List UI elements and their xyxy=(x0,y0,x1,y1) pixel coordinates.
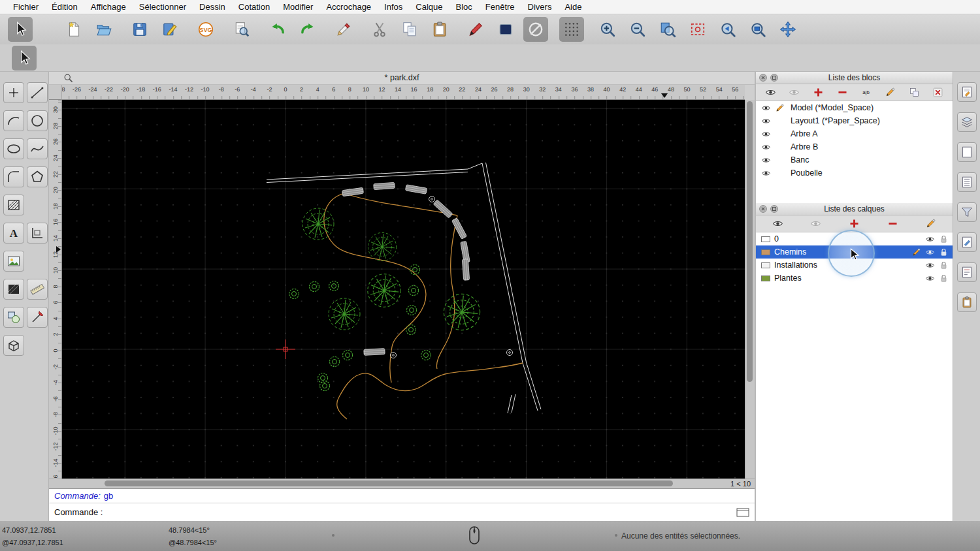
close-panel-icon[interactable] xyxy=(759,74,767,82)
menu-item-selectionner[interactable]: Sélectionner xyxy=(133,0,193,14)
block-list-item[interactable]: Model (*Model_Space) xyxy=(756,101,953,114)
show-all-blocks-button[interactable] xyxy=(762,86,779,99)
rename-block-button[interactable]: a|b xyxy=(858,86,875,99)
image-tool-button[interactable] xyxy=(3,251,24,272)
hide-all-blocks-button[interactable] xyxy=(786,86,803,99)
block-list-item[interactable]: Banc xyxy=(756,153,953,166)
point-tool-button[interactable] xyxy=(3,82,24,103)
undo-button[interactable] xyxy=(265,17,290,42)
selection-pointer-button[interactable] xyxy=(8,17,33,42)
auto-zoom-button[interactable] xyxy=(655,17,680,42)
menu-item-affichage[interactable]: Affichage xyxy=(84,0,133,14)
menu-item-infos[interactable]: Infos xyxy=(378,0,409,14)
edit-block-button[interactable] xyxy=(881,86,898,99)
circle-tool-button[interactable] xyxy=(27,110,48,131)
copy-button[interactable] xyxy=(397,17,422,42)
solid-fill-tool-button[interactable] xyxy=(3,279,24,300)
zoom-out-button[interactable] xyxy=(625,17,650,42)
clipboard-panel-button[interactable] xyxy=(957,292,977,312)
command-detach-icon[interactable] xyxy=(736,508,749,517)
snap-tool-button[interactable] xyxy=(27,307,48,328)
remove-block-button[interactable] xyxy=(834,86,851,99)
insert-block-button[interactable] xyxy=(906,86,923,99)
hide-all-layers-button[interactable] xyxy=(808,217,825,230)
menu-item-fichier[interactable]: Fichier xyxy=(7,0,45,14)
menu-item-dessin[interactable]: Dessin xyxy=(193,0,232,14)
redo-button[interactable] xyxy=(295,17,320,42)
previous-view-button[interactable] xyxy=(715,17,740,42)
block-list-panel-button[interactable] xyxy=(957,142,977,162)
menu-item-calque[interactable]: Calque xyxy=(409,0,449,14)
view-list-panel-button[interactable] xyxy=(957,172,977,192)
rectangle-tool-button[interactable] xyxy=(27,223,48,244)
view-list-panel-icon xyxy=(960,175,974,189)
grid-toggle-button[interactable] xyxy=(559,17,584,42)
cut-button[interactable] xyxy=(367,17,392,42)
command-input[interactable] xyxy=(103,503,755,521)
menu-item-aide[interactable]: Aide xyxy=(558,0,588,14)
arc-tool-button[interactable] xyxy=(3,110,24,131)
block-list-item[interactable]: Arbre B xyxy=(756,140,953,153)
selection-filter-panel-button[interactable] xyxy=(957,202,977,222)
paste-button[interactable] xyxy=(427,17,452,42)
zoom-in-button[interactable] xyxy=(595,17,620,42)
close-panel-icon[interactable] xyxy=(759,205,767,213)
menu-item-divers[interactable]: Divers xyxy=(521,0,559,14)
menu-item-accrochage[interactable]: Accrochage xyxy=(319,0,378,14)
edit-document-button[interactable] xyxy=(157,17,182,42)
menu-item-cotation[interactable]: Cotation xyxy=(232,0,276,14)
open-document-button[interactable] xyxy=(91,17,116,42)
zoom-extents-button[interactable] xyxy=(685,17,710,42)
pan-button[interactable] xyxy=(776,17,800,42)
zoom-window-button[interactable] xyxy=(745,17,770,42)
add-layer-button[interactable] xyxy=(845,217,862,230)
line-tool-button[interactable] xyxy=(27,82,48,103)
vertical-scrollbar-thumb[interactable] xyxy=(747,101,753,382)
draft-mode-button[interactable] xyxy=(523,17,548,42)
dock-strip xyxy=(953,72,980,521)
save-document-button[interactable] xyxy=(127,17,152,42)
spline-tool-button[interactable] xyxy=(27,138,48,159)
isometric-view-tool-icon xyxy=(6,338,22,353)
polygon-tool-button[interactable] xyxy=(27,166,48,187)
block-list-item[interactable]: Arbre A xyxy=(756,127,953,140)
text-tool-icon: A xyxy=(6,225,22,241)
vertical-ruler-label: 4 xyxy=(52,317,59,320)
menu-item-edition[interactable]: Édition xyxy=(45,0,84,14)
block-list-item[interactable]: Poubelle xyxy=(756,166,953,180)
property-editor-panel-button[interactable] xyxy=(957,82,977,102)
show-all-layers-button[interactable] xyxy=(769,217,786,230)
text-tool-button[interactable]: A xyxy=(3,223,24,244)
horizontal-scrollbar-thumb[interactable] xyxy=(105,480,673,486)
isometric-view-tool-button[interactable] xyxy=(3,335,24,356)
float-panel-icon[interactable] xyxy=(770,205,778,213)
print-preview-button[interactable] xyxy=(229,17,254,42)
measure-tool-button[interactable] xyxy=(27,279,48,300)
block-list-item[interactable]: Layout1 (*Paper_Space) xyxy=(756,114,953,127)
edit-layer-button[interactable] xyxy=(923,217,939,230)
new-document-button[interactable] xyxy=(61,17,86,42)
draw-pen-button[interactable] xyxy=(463,17,488,42)
selection-box-button[interactable] xyxy=(493,17,518,42)
script-shell-panel-button[interactable] xyxy=(957,262,977,282)
menu-item-fenetre[interactable]: Fenêtre xyxy=(479,0,521,14)
export-svg-button[interactable]: SVG xyxy=(193,17,218,42)
fillet-tool-button[interactable] xyxy=(3,166,24,187)
shape-library-tool-button[interactable] xyxy=(3,307,24,328)
hatch-tool-button[interactable] xyxy=(3,195,24,215)
float-panel-icon[interactable] xyxy=(770,74,778,82)
command-line-panel-button[interactable] xyxy=(957,232,977,252)
ellipse-tool-button[interactable] xyxy=(3,138,24,159)
erase-button[interactable] xyxy=(331,17,356,42)
horizontal-scrollbar[interactable]: 1 < 10 xyxy=(49,479,755,488)
add-block-button[interactable] xyxy=(810,86,827,99)
show-all-blocks-icon xyxy=(765,87,776,98)
drawing-canvas[interactable] xyxy=(62,100,745,479)
selection-pointer-2-button[interactable] xyxy=(12,46,37,71)
remove-layer-button[interactable] xyxy=(884,217,901,230)
layer-list-panel-button[interactable] xyxy=(957,112,977,132)
menu-item-bloc[interactable]: Bloc xyxy=(449,0,478,14)
vertical-scrollbar[interactable] xyxy=(745,100,755,479)
menu-item-modifier[interactable]: Modifier xyxy=(276,0,319,14)
purge-block-button[interactable] xyxy=(930,86,947,99)
